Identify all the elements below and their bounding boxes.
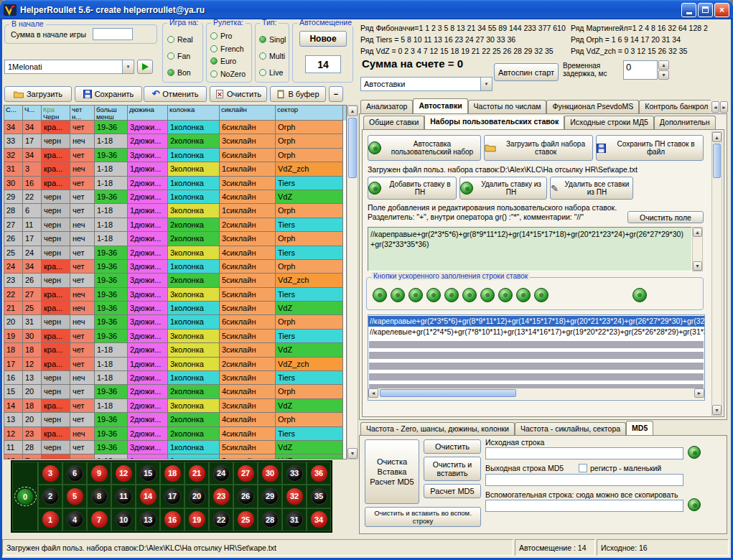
board-cell-10[interactable]: 10 [111,508,136,531]
autobets-combobox[interactable]: Автоставки ▼ [360,77,492,91]
board-number-10[interactable]: 10 [116,511,132,528]
board-cell-25[interactable]: 25 [233,508,258,531]
add-bet-button[interactable]: Добавить ставку в ПН [368,177,457,200]
scroll-down-icon[interactable]: ▼ [712,405,722,415]
history-row[interactable]: 3016кра...чет1-182дюжи...1колонка3сиклай… [4,177,346,190]
tab-scroll-right-icon[interactable]: ► [720,101,728,113]
board-number-14[interactable]: 14 [140,488,157,505]
board-cell-21[interactable]: 21 [185,462,209,485]
board-cell-23[interactable]: 23 [209,485,233,508]
quick-fill-button-6[interactable] [462,288,477,302]
board-number-5[interactable]: 5 [67,488,83,505]
board-cell-5[interactable]: 5 [62,485,87,508]
board-number-18[interactable]: 18 [164,465,181,482]
board-cell-17[interactable]: 17 [160,485,185,508]
title-bar[interactable]: HelperRoullet 5.6- create helperroullet@… [0,0,733,19]
board-number-34[interactable]: 34 [311,511,327,528]
history-table-body[interactable]: 3434кра...чет19-363дюжи...1колонка6сикла… [4,121,346,459]
md5-aux-chip-button[interactable] [688,498,701,511]
bet-edit-field[interactable]: //кареправые+gr(2*3*5*6)+gr(8*9*11*12)+g… [368,227,692,271]
tab-1[interactable]: Анализатор [360,100,413,113]
board-number-17[interactable]: 17 [164,488,181,505]
scrollbar-thumb[interactable] [713,144,721,178]
board-number-4[interactable]: 4 [67,511,83,528]
md5-clear-paste-aux-button[interactable]: Очистить и вставить во вспом. строку [365,507,481,527]
board-number-12[interactable]: 12 [116,465,132,482]
tab-1[interactable]: Общие ставки [363,116,424,129]
board-cell-11[interactable]: 11 [111,485,136,508]
scroll-up-icon[interactable]: ▲ [347,106,358,116]
bets-list-item[interactable]: //карелевые+gr(1*2*4*5)+gr(7*8*10*11)+gr… [368,327,704,337]
board-number-1[interactable]: 1 [42,511,59,528]
board-number-24[interactable]: 24 [213,465,230,482]
board-number-27[interactable]: 27 [238,465,254,482]
board-cell-35[interactable]: 35 [307,485,331,508]
board-number-26[interactable]: 26 [238,488,254,505]
radio-option-multi[interactable]: Multi [259,47,287,64]
history-row[interactable]: 1930кра...чет19-363дюжи...3колонка5сикла… [4,330,346,343]
radio-option-nozero[interactable]: NoZero [210,67,250,80]
tab-1[interactable]: Частота - Zero, шансы, дюжины, колонки [360,422,515,436]
autospin-start-button[interactable]: Автоспин старт [494,63,559,81]
history-row[interactable]: 2434кра...чет19-363дюжи...1колонка6сикла… [4,260,346,274]
board-number-36[interactable]: 36 [311,465,327,482]
scroll-left-icon[interactable]: ◄ [368,388,378,398]
tab-3[interactable]: Частоты по числам [468,100,547,113]
board-number-2[interactable]: 2 [42,488,59,505]
board-cell-29[interactable]: 29 [258,485,282,508]
board-number-3[interactable]: 3 [42,465,59,482]
board-cell-2[interactable]: 2 [38,485,62,508]
panel-scrollbar[interactable]: ▲ ▼ [711,131,722,416]
history-row[interactable]: 1520чернчет19-362дюжи...2колонка4сиклайн… [4,385,346,398]
radio-option-bon[interactable]: Bon [167,64,201,80]
history-row[interactable]: 2227кра...неч19-363дюжи...3колонка5сикла… [4,288,346,302]
history-scrollbar[interactable]: ▲ ▼ [347,105,358,459]
autobet-user-set-button[interactable]: Автоставка пользовательский набор [368,135,481,161]
history-row[interactable]: 2617черннеч1-182дюжи...2колонка3сиклайнO… [4,232,346,246]
radio-option-fan[interactable]: Fan [167,47,201,64]
quick-fill-button-8[interactable] [498,288,513,302]
history-row[interactable]: 1418кра...чет1-182дюжи...3колонка3сиклай… [4,399,346,413]
board-cell-8[interactable]: 8 [87,485,111,508]
history-row[interactable]: 1128чернчет19-363дюжи...1колонка5сиклайн… [4,441,346,454]
quick-fill-button-5[interactable] [444,288,459,302]
board-cell-31[interactable]: 31 [282,508,307,531]
board-cell-13[interactable]: 13 [136,508,160,531]
minimize-button[interactable] [681,3,696,17]
maximize-button[interactable] [698,3,713,17]
history-row[interactable]: 1223кра...неч19-362дюжи...2колонка4сикла… [4,427,346,441]
board-number-20[interactable]: 20 [189,488,205,505]
save-button[interactable]: Сохранить [75,86,142,102]
history-row[interactable]: 107кра...неч1-181дюжи...1колонка2сиклайн… [4,454,346,459]
md5-calc-button[interactable]: Расчет MD5 [424,484,481,498]
scroll-down-icon[interactable]: ▼ [347,448,358,459]
board-cell-9[interactable]: 9 [87,462,111,485]
board-cell-1[interactable]: 1 [38,508,62,531]
board-cell-7[interactable]: 7 [87,508,111,531]
scroll-right-icon[interactable]: ► [694,388,704,398]
history-row[interactable]: 2125кра...неч19-363дюжи...1колонка5сикла… [4,302,346,315]
history-row[interactable]: 3234кра...чет19-363дюжи...1колонка6сикла… [4,149,346,162]
register-checkbox[interactable] [579,464,587,472]
scroll-down-icon[interactable]: ▼ [693,261,702,271]
board-number-30[interactable]: 30 [262,465,279,482]
history-row[interactable]: 2524чернчет19-362дюжи...3колонка4сиклайн… [4,246,346,260]
tab-5[interactable]: Контроль банкрол [639,100,711,113]
board-number-35[interactable]: 35 [311,488,327,505]
scroll-up-icon[interactable]: ▲ [712,132,722,142]
board-number-6[interactable]: 6 [67,465,83,482]
history-row[interactable]: 313кра...неч1-181дюжи...3колонка1сиклайн… [4,162,346,176]
history-row[interactable]: 3434кра...чет19-363дюжи...1колонка6сикла… [4,121,346,134]
board-number-33[interactable]: 33 [286,465,303,482]
board-cell-24[interactable]: 24 [209,462,233,485]
board-cell-3[interactable]: 3 [38,462,62,485]
history-row[interactable]: 2711черннеч1-181дюжи...2колонка2сиклайнT… [4,218,346,232]
board-cell-33[interactable]: 33 [282,462,307,485]
spin-up-icon[interactable]: ▲ [658,60,669,70]
tab-2[interactable]: Частота - сиклайны, сектора [515,422,626,436]
load-button[interactable]: Загрузить [4,86,72,102]
tab-scroll-left-icon[interactable]: ◄ [711,101,719,113]
bets-list-item[interactable]: //кареправые+gr(2*3*5*6)+gr(8*9*11*12)+g… [368,316,704,327]
board-cell-20[interactable]: 20 [185,485,209,508]
chevron-down-icon[interactable]: ▼ [480,78,492,90]
